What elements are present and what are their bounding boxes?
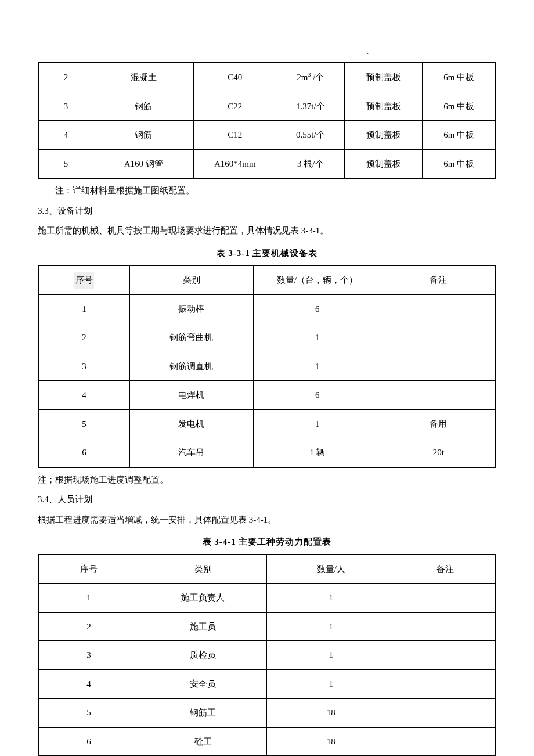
table-row: 4 钢筋 C12 0.55t/个 预制盖板 6m 中板 [38, 121, 496, 150]
section-33-text: 施工所需的机械、机具等按工期与现场要求进行配置，具体情况见表 3-3-1。 [38, 222, 496, 239]
cell-qty: 0.55t/个 [276, 121, 345, 150]
cell-name: 钢筋 [93, 121, 194, 150]
cell-name: 混凝土 [93, 63, 194, 92]
cell-no: 4 [38, 121, 93, 150]
table-row: 4安全员1 [38, 669, 496, 699]
cell-name: 钢筋 [93, 92, 194, 121]
table-row: 5发电机1备用 [38, 409, 496, 438]
cell-no: 3 [38, 92, 93, 121]
equipment-table: 序号 类别 数量/（台，辆，个） 备注 1振动棒6 2钢筋弯曲机1 3钢筋调直机… [38, 265, 496, 468]
table-header-row: 序号 类别 数量/人 备注 [38, 555, 496, 584]
table-row: 1振动棒6 [38, 294, 496, 323]
table-row: 3质检员1 [38, 641, 496, 670]
cell-remark: 6m 中板 [423, 121, 496, 150]
cell-spec: A160*4mm [194, 149, 276, 178]
cell-use: 预制盖板 [345, 63, 423, 92]
table-row: 2施工员1 [38, 612, 496, 641]
th-qty: 数量/（台，辆，个） [253, 265, 381, 294]
section-34-heading: 3.4、人员计划 [38, 491, 496, 508]
page-header-mark: . [38, 46, 496, 57]
table-row: 6砼工18 [38, 727, 496, 756]
th-remark: 备注 [395, 555, 496, 584]
table-row: 4电焊机6 [38, 381, 496, 410]
table-row: 5钢筋工18 [38, 699, 496, 728]
table3-title: 表 3-4-1 主要工种劳动力配置表 [38, 534, 496, 550]
cell-no: 2 [38, 63, 93, 92]
table-row: 6汽车吊1 辆20t [38, 438, 496, 467]
cell-spec: C22 [194, 92, 276, 121]
table-row: 3 钢筋 C22 1.37t/个 预制盖板 6m 中板 [38, 92, 496, 121]
cell-no: 5 [38, 149, 93, 178]
section-34-text: 根据工程进度需要适当增减，统一安排，具体配置见表 3-4-1。 [38, 512, 496, 528]
table1-note: 注：详细材料量根据施工图纸配置。 [38, 182, 496, 199]
th-remark: 备注 [381, 265, 496, 294]
table2-note: 注；根据现场施工进度调整配置。 [38, 471, 496, 488]
table-row: 1施工负责人1 [38, 584, 496, 613]
table-row: 3钢筋调直机1 [38, 352, 496, 381]
cell-remark: 6m 中板 [423, 63, 496, 92]
th-cat: 类别 [130, 265, 254, 294]
table2-title: 表 3-3-1 主要机械设备表 [38, 245, 496, 262]
section-33-heading: 3.3、设备计划 [38, 203, 496, 219]
cell-name: A160 钢管 [93, 149, 194, 178]
table-row: 5 A160 钢管 A160*4mm 3 根/个 预制盖板 6m 中板 [38, 149, 496, 178]
cell-remark: 6m 中板 [423, 92, 496, 121]
cell-remark: 6m 中板 [423, 149, 496, 178]
th-no: 序号 [38, 265, 130, 294]
materials-tbody: 2 混凝土 C40 2m3 /个 预制盖板 6m 中板 3 钢筋 C22 1.3… [38, 63, 496, 178]
cell-use: 预制盖板 [345, 92, 423, 121]
cell-use: 预制盖板 [345, 121, 423, 150]
cell-use: 预制盖板 [345, 149, 423, 178]
th-cat: 类别 [139, 555, 267, 584]
table-row: 2钢筋弯曲机1 [38, 323, 496, 352]
cell-qty: 3 根/个 [276, 149, 345, 178]
cell-spec: C12 [194, 121, 276, 150]
cell-qty: 1.37t/个 [276, 92, 345, 121]
materials-table: 2 混凝土 C40 2m3 /个 预制盖板 6m 中板 3 钢筋 C22 1.3… [38, 62, 496, 179]
labor-table: 序号 类别 数量/人 备注 1施工负责人1 2施工员1 3质检员1 4安全员1 … [38, 554, 496, 757]
table-row: 2 混凝土 C40 2m3 /个 预制盖板 6m 中板 [38, 63, 496, 92]
table-header-row: 序号 类别 数量/（台，辆，个） 备注 [38, 265, 496, 294]
th-no: 序号 [38, 555, 139, 584]
cell-spec: C40 [194, 63, 276, 92]
cell-qty: 2m3 /个 [276, 63, 345, 92]
th-qty: 数量/人 [267, 555, 395, 584]
